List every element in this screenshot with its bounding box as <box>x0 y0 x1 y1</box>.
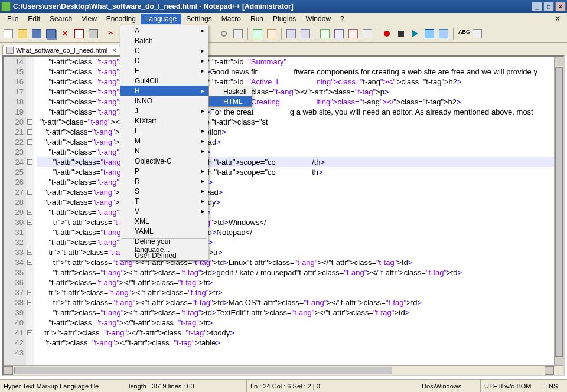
code-line[interactable]: tr">"t-attr">class="t-ang"><"t-attr">cla… <box>37 217 554 227</box>
menu-item-language[interactable]: Language <box>141 14 181 24</box>
menu-item-view[interactable]: View <box>77 14 102 24</box>
scroll-thumb[interactable] <box>555 67 563 374</box>
replace-icon[interactable] <box>232 28 244 40</box>
lang-menu-item[interactable]: V▸ <box>120 206 208 216</box>
menu-item-macro[interactable]: Macro <box>217 14 246 24</box>
fold-toggle-icon[interactable]: − <box>27 119 32 125</box>
code-line[interactable]: tr">"t-attr">class="t-ang"><"t-attr">cla… <box>37 257 554 267</box>
menu-item-plugins[interactable]: Plugins <box>268 14 301 24</box>
lang-menu-item[interactable]: Define your language... <box>120 240 208 250</box>
menu-item-?[interactable]: ? <box>335 14 349 24</box>
lang-menu-item[interactable]: J▸ <box>120 106 208 116</box>
lang-menu-item[interactable]: YAML <box>120 226 208 236</box>
wrap-icon[interactable] <box>319 28 331 40</box>
new-file-icon[interactable] <box>2 28 14 40</box>
lang-menu-item[interactable]: M▸ <box>120 136 208 146</box>
code-line[interactable]: tr">"t-attr">class="t-ang"><"t-attr">cla… <box>37 247 554 257</box>
lang-menu-item[interactable]: Gui4Cli <box>120 76 208 86</box>
fold-toggle-icon[interactable]: − <box>27 190 32 195</box>
vertical-scrollbar[interactable] <box>554 57 563 365</box>
code-line[interactable]: "t-attr">class="t-ang"></"t-attr">class=… <box>37 177 554 187</box>
fold-toggle-icon[interactable]: − <box>27 330 32 335</box>
scroll-right-arrow[interactable] <box>545 366 554 375</box>
save-macro-icon[interactable] <box>438 28 449 40</box>
lang-menu-item[interactable]: T▸ <box>120 196 208 206</box>
zoom-in-icon[interactable] <box>252 28 263 40</box>
menu-item-settings[interactable]: Settings <box>181 14 216 24</box>
sync-v-icon[interactable] <box>285 28 297 40</box>
code-line[interactable]: "t-attr">class="t-ang"></"t-attr">class=… <box>37 338 554 348</box>
close-all-icon[interactable] <box>73 28 85 40</box>
lang-menu-item[interactable]: R▸ <box>120 176 208 186</box>
fold-toggle-icon[interactable]: − <box>27 159 32 165</box>
fold-toggle-icon[interactable]: − <box>27 260 32 265</box>
lang-menu-item[interactable]: A▸ <box>120 25 208 35</box>
code-line[interactable]: "t-attr">class="t-ang"><"t-attr">class="… <box>37 97 554 107</box>
close-tab-icon[interactable]: ✕ <box>59 28 71 40</box>
close-button[interactable]: × <box>555 2 566 11</box>
find-icon[interactable] <box>218 28 230 40</box>
menu-close-x[interactable]: X <box>550 15 565 23</box>
tab-close-icon[interactable]: × <box>112 47 116 54</box>
code-line[interactable]: tr">"t-attr">class="t-ang"></"t-attr">cl… <box>37 328 554 338</box>
code-line[interactable]: tr">"t-attr">class="t-ang"><"t-attr">cla… <box>37 298 554 308</box>
menu-item-edit[interactable]: Edit <box>23 14 45 24</box>
scroll-down-arrow[interactable] <box>555 356 563 365</box>
menu-item-file[interactable]: File <box>2 14 23 24</box>
code-line[interactable]: "t-attr">class="t-ang"><"t-attr">class="… <box>37 147 554 157</box>
code-line[interactable]: "t-attr">class="t-ang"></"t-attr">class=… <box>37 237 554 247</box>
sync-h-icon[interactable] <box>299 28 311 40</box>
code-line[interactable]: "t-attr">class="t-ang"><"t-attr">class="… <box>37 117 554 127</box>
indent-icon[interactable] <box>361 28 373 40</box>
code-line[interactable]: "t-attr">class="t-ang"><"t-attr">class="… <box>37 77 554 87</box>
code-line[interactable]: "t-attr">class="t-ang"><"t-attr">class="… <box>37 127 554 137</box>
code-line[interactable]: "t-attr">class="t-ang"><"t-attr">class="… <box>37 137 554 147</box>
save-icon[interactable] <box>31 28 43 40</box>
code-line[interactable]: "t-attr">class="t-ang"><"t-attr">class="… <box>37 87 554 97</box>
lang-menu-item[interactable]: D▸ <box>120 55 208 66</box>
code-line[interactable]: "t-attr">class="t-ang"><"t-attr">class="… <box>37 157 554 167</box>
lang-submenu-item[interactable]: Haskell <box>209 86 252 96</box>
fold-toggle-icon[interactable]: − <box>27 129 32 135</box>
play-icon[interactable] <box>409 28 421 40</box>
fold-toggle-icon[interactable]: − <box>27 290 32 295</box>
zoom-out-icon[interactable] <box>266 28 278 40</box>
menu-item-encoding[interactable]: Encoding <box>102 14 141 24</box>
fold-toggle-icon[interactable]: − <box>27 210 32 215</box>
fold-toggle-icon[interactable]: − <box>27 139 32 145</box>
scroll-up-arrow[interactable] <box>555 57 563 66</box>
code-line[interactable]: "t-attr">class="t-ang"><"t-attr">class="… <box>37 107 554 117</box>
lang-menu-item[interactable]: L▸ <box>120 126 208 136</box>
code-area[interactable]: "t-attr">class="t-ang"><"t-attr">class="… <box>37 57 554 365</box>
code-line[interactable]: "t-attr">class="t-ang"><"t-attr">class="… <box>37 308 554 318</box>
lang-menu-item[interactable]: KIXtart <box>120 116 208 126</box>
code-line[interactable]: "t-attr">class="t-ang"><"t-attr">class="… <box>37 167 554 177</box>
menu-item-window[interactable]: Window <box>301 14 335 24</box>
code-line[interactable]: "t-attr">class="t-ang"><"t-attr">class="… <box>37 57 554 67</box>
spellcheck-icon[interactable]: ABC <box>457 28 469 40</box>
fold-toggle-icon[interactable]: − <box>27 250 32 255</box>
lang-menu-item[interactable]: XML <box>120 216 208 226</box>
horizontal-scrollbar[interactable] <box>4 365 563 375</box>
code-line[interactable]: "t-attr">class="t-ang"><"t-attr">class="… <box>37 67 554 77</box>
code-line[interactable]: "t-attr">class="t-ang"><"t-attr">class="… <box>37 207 554 217</box>
code-line[interactable]: "t-attr">class="t-ang"><"t-attr">class="… <box>37 197 554 207</box>
code-line[interactable]: "t-attr">class="t-ang"></"t-attr">class=… <box>37 277 554 288</box>
indent-guide-icon[interactable] <box>333 28 345 40</box>
lang-menu-item[interactable]: C▸ <box>120 45 208 55</box>
document-tab[interactable]: What_software_do_I_need.html × <box>2 45 120 55</box>
code-line[interactable]: "t-attr">class="t-ang"><"t-attr">class="… <box>37 227 554 237</box>
code-line[interactable]: "t-attr">class="t-ang"><"t-attr">class="… <box>37 267 554 277</box>
lang-menu-item[interactable]: Batch <box>120 35 208 45</box>
code-line[interactable]: "t-attr">class="t-ang"></"t-attr">class=… <box>37 187 554 197</box>
doc-switcher-icon[interactable] <box>471 28 483 40</box>
print-icon[interactable] <box>87 28 99 40</box>
play-multi-icon[interactable] <box>423 28 435 40</box>
lang-menu-item[interactable]: Objective-C <box>120 156 208 166</box>
lang-menu-item[interactable]: INNO <box>120 96 208 106</box>
scroll-left-arrow[interactable] <box>4 366 13 375</box>
cut-icon[interactable]: ✂ <box>107 28 119 40</box>
stop-record-icon[interactable] <box>395 28 407 40</box>
scroll-thumb[interactable] <box>14 367 392 374</box>
lang-menu-item[interactable]: H▸ <box>120 86 208 96</box>
